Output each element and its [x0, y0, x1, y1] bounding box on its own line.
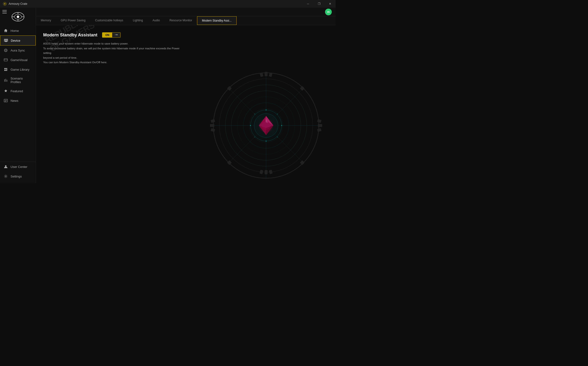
standby-description: ASUS helps your system enter hibernate m… [43, 41, 187, 65]
standby-toggle[interactable]: ON [102, 32, 121, 38]
hamburger-line-2 [2, 11, 7, 12]
sidebar-item-featured[interactable]: Featured [0, 86, 36, 96]
svg-rect-22 [7, 68, 7, 71]
sidebar: Home Device [0, 8, 36, 183]
sidebar-bottom: User Center Settings [0, 162, 36, 183]
hamburger-menu[interactable] [2, 10, 7, 13]
tab-memory[interactable]: Memory [36, 16, 56, 25]
svg-point-31 [5, 176, 7, 177]
tabs-bar: Memory GPU Power Saving Customizable hot… [36, 16, 336, 25]
hamburger-line-3 [2, 13, 7, 13]
sidebar-item-aura-sync[interactable]: Aura Sync [0, 46, 36, 55]
svg-point-73 [250, 125, 251, 126]
sidebar-label-news: News [11, 99, 18, 103]
svg-rect-59 [211, 128, 215, 132]
tab-resource-monitor[interactable]: Resource Monitor [165, 16, 197, 25]
svg-rect-58 [211, 119, 215, 123]
svg-rect-10 [5, 39, 6, 40]
standby-desc-line3: beyond a set period of time. [43, 56, 187, 60]
sidebar-item-home[interactable]: Home [0, 26, 36, 35]
svg-point-70 [277, 137, 278, 137]
svg-rect-13 [6, 41, 7, 42]
tab-customizable-hotkeys[interactable]: Customizable hotkeys [90, 16, 128, 25]
game-library-icon [3, 67, 8, 72]
svg-point-74 [255, 114, 255, 114]
minimize-button[interactable]: ─ [302, 0, 314, 8]
svg-rect-57 [210, 124, 214, 127]
sidebar-item-user-center[interactable]: User Center [0, 162, 36, 172]
main-content: m Memory GPU Power Saving Customizable h… [36, 8, 336, 183]
svg-rect-16 [4, 59, 8, 61]
svg-point-4 [16, 15, 19, 18]
sidebar-label-scenario-profiles: Scenario Profiles [11, 77, 32, 84]
featured-icon [3, 89, 8, 93]
sidebar-item-news[interactable]: News [0, 96, 36, 105]
rog-logo [11, 11, 25, 22]
rog-circular-graphic [199, 61, 333, 181]
sidebar-label-home: Home [11, 29, 19, 33]
sidebar-item-device[interactable]: Device [0, 35, 36, 46]
svg-rect-60 [318, 124, 322, 127]
tab-lighting[interactable]: Lighting [128, 16, 148, 25]
sidebar-label-gamevisual: GameVisual [11, 58, 28, 62]
device-icon [4, 38, 8, 43]
toggle-off-label [112, 33, 120, 37]
svg-point-1 [4, 3, 5, 4]
tab-audio[interactable]: Audio [148, 16, 165, 25]
svg-rect-61 [317, 119, 322, 123]
standby-panel: Modern Standby Assistant ON ASUS helps y… [36, 25, 336, 72]
toggle-on-label: ON [102, 33, 112, 37]
svg-rect-11 [6, 39, 7, 40]
close-button[interactable]: ✕ [325, 0, 336, 8]
svg-point-14 [4, 49, 7, 52]
content-area: Modern Standby Assistant ON ASUS helps y… [36, 25, 336, 183]
svg-rect-20 [4, 70, 5, 71]
rog-titlebar-icon [3, 2, 7, 6]
user-center-icon [3, 164, 8, 169]
sidebar-label-settings: Settings [11, 175, 22, 178]
sidebar-label-featured: Featured [11, 89, 23, 93]
header: m [36, 8, 336, 16]
news-icon [3, 98, 8, 103]
svg-rect-56 [260, 170, 263, 174]
svg-rect-55 [269, 170, 273, 174]
tab-gpu-power-saving[interactable]: GPU Power Saving [56, 16, 90, 25]
sidebar-label-aura-sync: Aura Sync [11, 49, 25, 52]
tab-modern-standby[interactable]: Modern Standby Assi... [197, 16, 237, 25]
gamevisual-icon [3, 57, 8, 62]
svg-rect-51 [265, 72, 268, 76]
svg-point-15 [5, 50, 7, 51]
rog-bg-graphic [197, 58, 336, 183]
svg-rect-19 [6, 68, 7, 69]
svg-rect-63 [227, 86, 232, 91]
sidebar-label-device: Device [11, 39, 20, 42]
sidebar-item-settings[interactable]: Settings [0, 172, 36, 181]
standby-desc-line2: To avoid excessive battery drain, we wil… [43, 46, 187, 56]
sidebar-label-user-center: User Center [11, 165, 27, 169]
svg-rect-66 [300, 160, 305, 165]
window-controls: ─ ❐ ✕ [302, 0, 336, 8]
standby-title-row: Modern Standby Assistant ON [43, 32, 328, 38]
sidebar-item-gamevisual[interactable]: GameVisual [0, 55, 36, 65]
svg-point-30 [5, 165, 7, 167]
svg-rect-21 [6, 70, 7, 71]
sidebar-label-game-library: Game Library [11, 68, 30, 71]
svg-rect-64 [300, 86, 305, 91]
app-container: Home Device [0, 8, 336, 183]
sidebar-item-game-library[interactable]: Game Library [0, 65, 36, 74]
hamburger-line-1 [2, 10, 7, 11]
svg-point-82 [262, 121, 271, 130]
svg-rect-18 [4, 68, 5, 69]
svg-point-33 [116, 34, 117, 35]
scenario-profiles-icon [3, 78, 8, 83]
svg-point-69 [281, 125, 282, 126]
svg-point-67 [266, 109, 267, 110]
maximize-button[interactable]: ❐ [314, 0, 325, 8]
user-avatar[interactable]: m [325, 9, 332, 15]
sidebar-item-scenario-profiles[interactable]: Scenario Profiles [0, 74, 36, 86]
svg-rect-65 [227, 160, 232, 165]
standby-title: Modern Standby Assistant [43, 33, 97, 38]
svg-point-72 [255, 137, 255, 137]
standby-desc-line4: You can turn Modern Standby Assistant On… [43, 60, 187, 65]
settings-icon [3, 174, 8, 179]
